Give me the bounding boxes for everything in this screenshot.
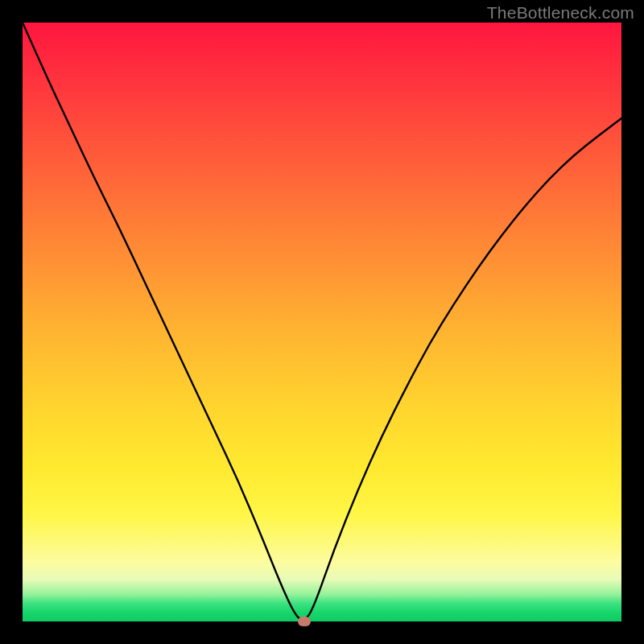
optimal-point-marker — [298, 617, 311, 626]
bottleneck-curve — [23, 23, 621, 621]
chart-frame: TheBottleneck.com — [0, 0, 644, 644]
watermark-text: TheBottleneck.com — [487, 3, 634, 23]
plot-area — [23, 23, 621, 621]
